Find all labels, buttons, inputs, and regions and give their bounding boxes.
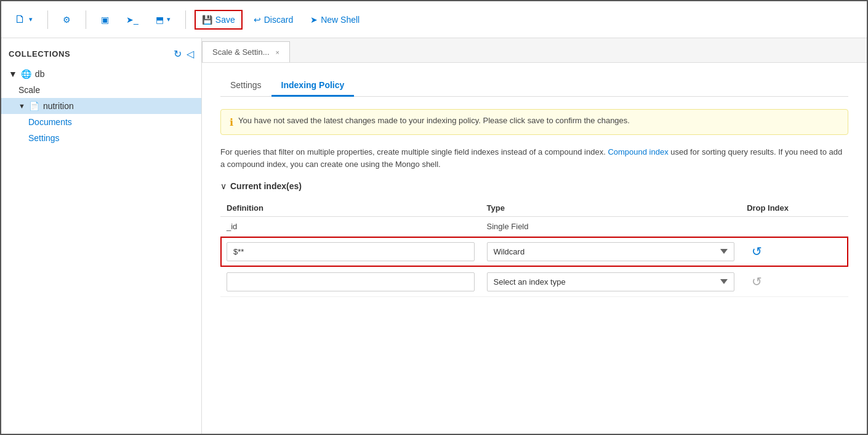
index-table: Definition Type Drop Index _id Single Fi… — [220, 200, 848, 297]
sidebar-item-scale[interactable]: Scale — [1, 82, 201, 98]
db-label: db — [35, 69, 45, 79]
discard-label: Discard — [264, 15, 293, 25]
new-doc-icon: 🗋 — [15, 13, 26, 26]
more-icon: ⬒ — [156, 15, 164, 25]
col-type: Type — [481, 200, 741, 217]
sidebar-item-settings[interactable]: Settings — [1, 130, 201, 146]
gear-icon: ⚙ — [63, 15, 71, 25]
new-doc-chevron: ▾ — [29, 15, 33, 23]
new-shell-icon: ➤ — [310, 15, 318, 25]
new-doc-button[interactable]: 🗋 ▾ — [9, 9, 39, 30]
tab-bar: Scale & Settin... × — [202, 38, 867, 63]
tab-settings[interactable]: Settings — [220, 75, 271, 97]
save-label: Save — [215, 15, 235, 25]
info-text: For queries that filter on multiple prop… — [220, 146, 848, 170]
table-row-new: Select an index type Single Field Wildca… — [220, 267, 848, 297]
save-icon: 💾 — [202, 15, 212, 25]
panel-button[interactable]: ▣ — [95, 11, 115, 28]
collection-icon: 📄 — [29, 101, 39, 111]
sidebar-item-nutrition[interactable]: ▼ 📄 nutrition — [1, 98, 201, 114]
content-area: Scale & Settin... × Settings Indexing Po… — [202, 38, 867, 435]
type-select-wildcard[interactable]: Single Field Wildcard — [487, 242, 735, 261]
inner-content: Settings Indexing Policy ℹ You have not … — [202, 63, 867, 435]
save-button[interactable]: 💾 Save — [195, 10, 243, 30]
sidebar: COLLECTIONS ↻ ◁ ▼ 🌐 db Scale ▼ 📄 nutriti… — [1, 38, 202, 435]
compound-index-link[interactable]: Compound index — [608, 147, 668, 157]
table-row-highlighted: Single Field Wildcard ↺ — [220, 237, 848, 267]
settings-label: Settings — [28, 133, 60, 143]
sidebar-header: COLLECTIONS ↻ ◁ — [1, 44, 201, 66]
row-undo-new-cell: ↺ — [741, 267, 848, 297]
expand-icon: ▼ — [18, 102, 25, 110]
nutrition-label: nutrition — [43, 101, 74, 111]
row-type-new-cell: Select an index type Single Field Wildca… — [481, 267, 741, 297]
sidebar-item-documents[interactable]: Documents — [1, 114, 201, 130]
scale-label: Scale — [18, 85, 40, 95]
row-type-wildcard-cell: Single Field Wildcard — [481, 237, 741, 267]
warning-message: You have not saved the latest changes ma… — [238, 116, 630, 125]
row-drop-id — [741, 217, 848, 237]
new-shell-button[interactable]: ➤ New Shell — [304, 11, 366, 28]
definition-input-new[interactable] — [227, 272, 475, 291]
warning-banner: ℹ You have not saved the latest changes … — [220, 109, 848, 135]
sidebar-actions: ↻ ◁ — [174, 48, 194, 60]
table-header: Definition Type Drop Index — [220, 200, 848, 217]
documents-label: Documents — [28, 117, 72, 127]
current-indexes-section[interactable]: ∨ Current index(es) — [220, 181, 848, 191]
collapse-icon[interactable]: ◁ — [187, 48, 194, 60]
info-text-before: For queries that filter on multiple prop… — [220, 147, 608, 157]
tab-close-button[interactable]: × — [276, 49, 279, 56]
table-body: _id Single Field — [220, 217, 848, 297]
col-drop-index: Drop Index — [741, 200, 848, 217]
more-button[interactable]: ⬒ ▾ — [150, 11, 177, 28]
row-definition-wildcard-cell — [220, 237, 481, 267]
row-definition-new-cell — [220, 267, 481, 297]
collections-title: COLLECTIONS — [9, 49, 70, 59]
refresh-icon[interactable]: ↻ — [174, 48, 182, 60]
divider-1 — [47, 10, 48, 29]
main-layout: COLLECTIONS ↻ ◁ ▼ 🌐 db Scale ▼ 📄 nutriti… — [1, 38, 867, 435]
tab-scale-settings[interactable]: Scale & Settin... × — [202, 41, 290, 62]
more-chevron: ▾ — [167, 15, 171, 23]
new-shell-label: New Shell — [321, 15, 360, 25]
db-icon: 🌐 — [21, 69, 31, 79]
terminal-icon: ➤_ — [126, 15, 139, 25]
undo-button-wildcard[interactable]: ↺ — [747, 242, 767, 261]
tab-indexing-policy[interactable]: Indexing Policy — [271, 75, 355, 97]
panel-icon: ▣ — [101, 15, 109, 25]
discard-icon: ↩ — [254, 15, 261, 25]
terminal-button[interactable]: ➤_ — [120, 11, 145, 28]
table-row: _id Single Field — [220, 217, 848, 237]
row-undo-wildcard-cell: ↺ — [741, 237, 848, 267]
undo-button-new[interactable]: ↺ — [747, 272, 767, 291]
definition-input-wildcard[interactable] — [227, 242, 475, 261]
gear-button[interactable]: ⚙ — [57, 11, 77, 28]
toolbar: 🗋 ▾ ⚙ ▣ ➤_ ⬒ ▾ 💾 Save ↩ Discard ➤ New Sh… — [1, 1, 867, 38]
row-definition-id: _id — [220, 217, 481, 237]
divider-2 — [86, 10, 86, 29]
discard-button[interactable]: ↩ Discard — [247, 11, 299, 28]
type-select-new[interactable]: Select an index type Single Field Wildca… — [487, 272, 735, 291]
col-definition: Definition — [220, 200, 481, 217]
sub-tabs: Settings Indexing Policy — [220, 75, 848, 97]
divider-3 — [185, 10, 186, 29]
warning-icon: ℹ — [230, 116, 233, 128]
section-expand-icon: ∨ — [220, 181, 227, 191]
sidebar-item-db[interactable]: ▼ 🌐 db — [1, 66, 201, 82]
row-type-single: Single Field — [481, 217, 741, 237]
tab-label: Scale & Settin... — [212, 47, 270, 57]
tree-expand-icon: ▼ — [9, 69, 17, 79]
section-label: Current index(es) — [230, 181, 302, 191]
